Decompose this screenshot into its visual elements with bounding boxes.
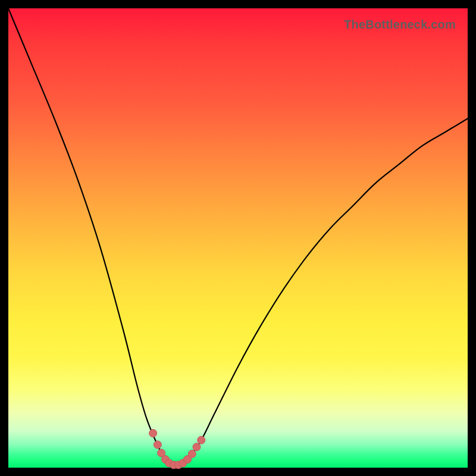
- optimal-marker: [188, 450, 196, 458]
- optimal-marker: [154, 441, 161, 449]
- optimal-marker: [198, 436, 205, 444]
- bottleneck-curve: [8, 8, 468, 468]
- plot-area: TheBottleneck.com: [8, 8, 468, 468]
- optimal-marker: [149, 430, 157, 437]
- optimal-marker: [193, 443, 201, 451]
- chart-frame: TheBottleneck.com: [0, 0, 476, 476]
